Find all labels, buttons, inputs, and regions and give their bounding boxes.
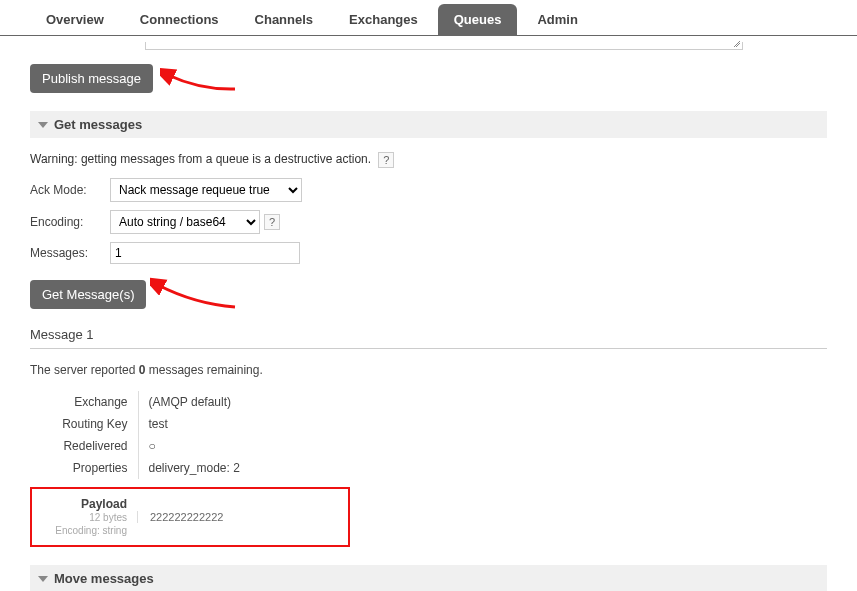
exchange-value: (AMQP default) xyxy=(138,391,250,413)
exchange-label: Exchange xyxy=(30,391,138,413)
table-row: Properties delivery_mode: 2 xyxy=(30,457,250,479)
tab-connections[interactable]: Connections xyxy=(124,4,235,35)
redelivered-label: Redelivered xyxy=(30,435,138,457)
remaining-text: The server reported 0 messages remaining… xyxy=(30,363,827,377)
payload-title: Payload xyxy=(42,497,127,511)
section-title-move-messages: Move messages xyxy=(54,571,154,586)
table-row: Redelivered ○ xyxy=(30,435,250,457)
messages-input[interactable] xyxy=(110,242,300,264)
payload-meta: Payload 12 bytes Encoding: string xyxy=(42,497,137,537)
tab-queues[interactable]: Queues xyxy=(438,4,518,35)
section-title-get-messages: Get messages xyxy=(54,117,142,132)
annotation-arrow-publish xyxy=(160,62,240,96)
ack-mode-select[interactable]: Nack message requeue true xyxy=(110,178,302,202)
redelivered-value: ○ xyxy=(138,435,250,457)
payload-box: Payload 12 bytes Encoding: string 222222… xyxy=(30,487,350,547)
properties-value: delivery_mode: 2 xyxy=(138,457,250,479)
routing-key-label: Routing Key xyxy=(30,413,138,435)
chevron-down-icon xyxy=(38,122,48,128)
tab-admin[interactable]: Admin xyxy=(521,4,593,35)
payload-bytes: 12 bytes xyxy=(42,511,127,524)
get-messages-button[interactable]: Get Message(s) xyxy=(30,280,146,309)
ack-mode-label: Ack Mode: xyxy=(30,183,110,197)
help-icon[interactable]: ? xyxy=(378,152,394,168)
section-get-messages[interactable]: Get messages xyxy=(30,111,827,138)
routing-key-value: test xyxy=(138,413,250,435)
publish-message-button[interactable]: Publish message xyxy=(30,64,153,93)
payload-content: 222222222222 xyxy=(137,511,223,523)
tab-channels[interactable]: Channels xyxy=(239,4,330,35)
table-row: Routing Key test xyxy=(30,413,250,435)
section-move-messages[interactable]: Move messages xyxy=(30,565,827,591)
encoding-select[interactable]: Auto string / base64 xyxy=(110,210,260,234)
encoding-label: Encoding: xyxy=(30,215,110,229)
message-header: Message 1 xyxy=(30,321,827,349)
messages-label: Messages: xyxy=(30,246,110,260)
textarea-fragment[interactable] xyxy=(145,42,743,50)
payload-encoding: Encoding: string xyxy=(42,524,127,537)
annotation-arrow-get xyxy=(150,272,240,312)
properties-label: Properties xyxy=(30,457,138,479)
table-row: Exchange (AMQP default) xyxy=(30,391,250,413)
nav-tabs: Overview Connections Channels Exchanges … xyxy=(0,0,857,36)
message-details-table: Exchange (AMQP default) Routing Key test… xyxy=(30,391,250,479)
tab-overview[interactable]: Overview xyxy=(30,4,120,35)
help-icon-encoding[interactable]: ? xyxy=(264,214,280,230)
warning-text: Warning: getting messages from a queue i… xyxy=(30,152,827,168)
tab-exchanges[interactable]: Exchanges xyxy=(333,4,434,35)
chevron-down-icon xyxy=(38,576,48,582)
